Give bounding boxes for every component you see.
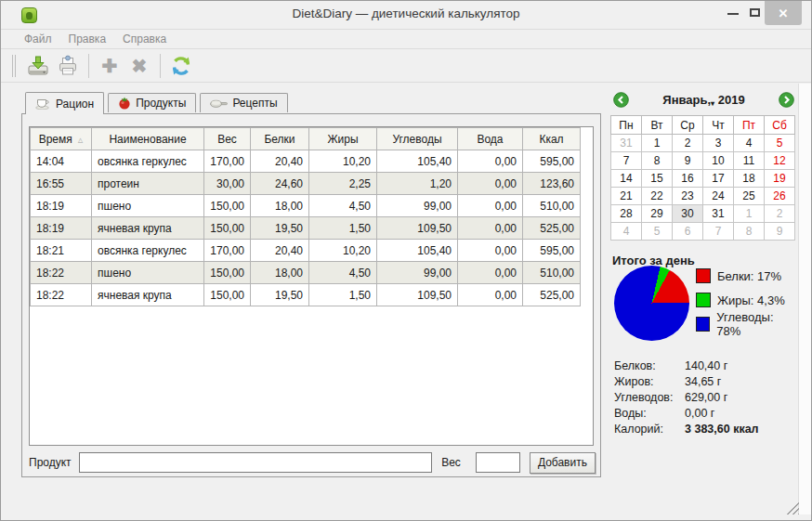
menu-edit[interactable]: Правка xyxy=(60,30,115,48)
day-summary-panel: Январь,▾ 2019 Пн Вт Ср Чт Пт Сб xyxy=(610,90,797,267)
calendar-week: 212223242526 xyxy=(611,188,795,205)
next-month-button[interactable] xyxy=(779,92,794,108)
pan-icon xyxy=(210,98,228,109)
pie-legend: Белки: 17% Жиры: 4,3% Углеводы: 78% xyxy=(696,267,797,340)
calendar-month-year[interactable]: Январь,▾ 2019 xyxy=(610,90,797,108)
col-header-protein[interactable]: Белки xyxy=(251,128,309,150)
fat-swatch-icon xyxy=(696,293,711,307)
calendar-week: 456789 xyxy=(611,223,795,241)
calendar-day[interactable]: 3 xyxy=(703,135,734,152)
refresh-button[interactable] xyxy=(167,53,195,79)
maximize-button[interactable] xyxy=(750,8,760,17)
col-header-water[interactable]: Вода xyxy=(458,128,523,150)
calendar-day[interactable]: 5 xyxy=(642,223,673,241)
calendar-day[interactable]: 8 xyxy=(642,152,673,170)
calendar-day[interactable]: 17 xyxy=(703,170,734,188)
protein-swatch-icon xyxy=(696,268,711,283)
table-row[interactable]: 18:19пшено150,0018,004,5099,000,00510,00 xyxy=(31,195,581,217)
calendar-day-headers: Пн Вт Ср Чт Пт Сб xyxy=(611,116,795,135)
calendar-nav: Январь,▾ 2019 xyxy=(610,90,797,111)
calendar-day[interactable]: 1 xyxy=(642,135,673,152)
legend-fat: Жиры: 4,3% xyxy=(696,292,797,308)
col-header-time[interactable]: Время▵ xyxy=(31,128,92,150)
calendar-day[interactable]: 23 xyxy=(673,188,703,205)
toolbar-separator xyxy=(88,54,89,78)
save-button[interactable] xyxy=(24,53,52,79)
toolbar-grip xyxy=(12,55,16,77)
calendar-day[interactable]: 7 xyxy=(611,152,642,170)
calendar-day[interactable]: 2 xyxy=(673,135,703,152)
calendar-day[interactable]: 1 xyxy=(734,205,765,223)
calendar-day[interactable]: 9 xyxy=(673,152,703,170)
table-row[interactable]: 18:22ячневая крупа150,0019,501,50109,500… xyxy=(31,284,581,306)
calendar: Пн Вт Ср Чт Пт Сб 3112345 789101112 1415… xyxy=(610,115,795,241)
table-row[interactable]: 14:04овсянка геркулес170,0020,4010,20105… xyxy=(31,150,581,173)
col-header-carbs[interactable]: Углеводы xyxy=(377,128,458,150)
arrow-left-icon xyxy=(613,92,629,108)
calendar-day[interactable]: 16 xyxy=(673,170,703,188)
calendar-day[interactable]: 22 xyxy=(642,188,673,205)
tab-recipes-label: Рецепты xyxy=(232,97,277,110)
sort-ascending-icon: ▵ xyxy=(78,134,84,145)
calendar-day[interactable]: 4 xyxy=(611,223,642,241)
calendar-day[interactable]: 8 xyxy=(734,223,765,241)
calendar-day[interactable]: 24 xyxy=(703,188,734,205)
add-button[interactable]: Добавить xyxy=(530,452,596,474)
calendar-day[interactable]: 26 xyxy=(765,188,795,205)
total-fat: Жиров:34,65 г xyxy=(614,375,796,391)
table-row[interactable]: 16:55протеин30,0024,602,251,200,00123,60 xyxy=(31,173,581,195)
table-row[interactable]: 18:21овсянка геркулес170,0020,4010,20105… xyxy=(31,240,581,262)
app-window: Diet&Diary — диетический калькулятор ✕ Ф… xyxy=(0,0,812,521)
calendar-day[interactable]: 4 xyxy=(734,135,765,152)
calendar-day[interactable]: 29 xyxy=(642,205,673,223)
calendar-day[interactable]: 10 xyxy=(703,152,734,170)
print-icon xyxy=(57,55,79,77)
col-header-name[interactable]: Наименование xyxy=(92,128,204,150)
delete-entry-button[interactable]: ✖ xyxy=(125,53,153,79)
calendar-day[interactable]: 2 xyxy=(765,205,795,223)
calendar-week: 2829303112 xyxy=(611,205,795,223)
calendar-day[interactable]: 31 xyxy=(611,135,642,152)
prev-month-button[interactable] xyxy=(613,92,629,108)
col-header-kcal[interactable]: Ккал xyxy=(523,128,581,150)
calendar-day[interactable]: 9 xyxy=(765,223,795,241)
menu-help[interactable]: Справка xyxy=(114,30,175,48)
calendar-day[interactable]: 21 xyxy=(611,188,642,205)
close-button[interactable]: ✕ xyxy=(765,1,802,25)
col-header-fat[interactable]: Жиры xyxy=(309,128,377,150)
calendar-day[interactable]: 19 xyxy=(765,170,795,188)
tab-bar: Рацион Продукты Рецепты xyxy=(25,93,292,114)
total-carbs: Углеводов:629,00 г xyxy=(614,391,796,407)
legend-carbs: Углеводы: 78% xyxy=(696,316,797,332)
print-button[interactable] xyxy=(54,53,82,79)
resize-grip[interactable] xyxy=(786,501,799,514)
cup-icon xyxy=(35,98,51,110)
calendar-day[interactable]: 31 xyxy=(703,205,734,223)
diary-grid: Время▵ Наименование Вес Белки Жиры Углев… xyxy=(29,126,594,446)
calendar-day[interactable]: 14 xyxy=(611,170,642,188)
arrow-right-icon xyxy=(779,92,794,108)
product-input[interactable] xyxy=(79,452,433,473)
tab-products[interactable]: Продукты xyxy=(108,93,196,112)
legend-protein: Белки: 17% xyxy=(696,267,797,284)
add-entry-button[interactable]: ✚ xyxy=(96,53,124,79)
calendar-day[interactable]: 6 xyxy=(673,223,703,241)
table-row[interactable]: 18:22пшено150,0018,004,5099,000,00510,00 xyxy=(31,262,581,284)
calendar-day[interactable]: 12 xyxy=(765,152,795,170)
minimize-button[interactable] xyxy=(727,13,739,15)
calendar-day[interactable]: 25 xyxy=(734,188,765,205)
calendar-day[interactable]: 7 xyxy=(703,223,734,241)
tomato-icon xyxy=(118,97,131,110)
calendar-day-selected[interactable]: 30 xyxy=(673,205,703,223)
tab-recipes[interactable]: Рецепты xyxy=(200,93,287,112)
weight-input[interactable] xyxy=(476,452,520,473)
calendar-day[interactable]: 15 xyxy=(642,170,673,188)
menu-file[interactable]: Файл xyxy=(16,30,60,48)
table-row[interactable]: 18:19ячневая крупа150,0019,501,50109,500… xyxy=(31,217,581,240)
col-header-weight[interactable]: Вес xyxy=(204,128,251,150)
calendar-day[interactable]: 5 xyxy=(765,135,795,152)
calendar-day[interactable]: 11 xyxy=(734,152,765,170)
calendar-day[interactable]: 18 xyxy=(734,170,765,188)
tab-ration[interactable]: Рацион xyxy=(25,92,104,114)
calendar-day[interactable]: 28 xyxy=(611,205,642,223)
